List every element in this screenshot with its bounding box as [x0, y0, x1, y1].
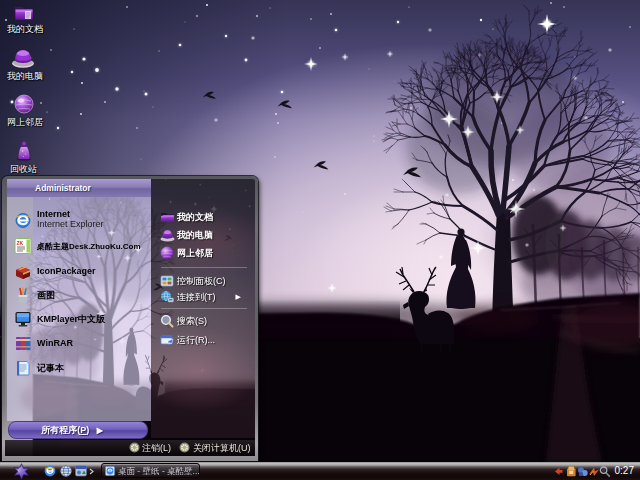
- svg-text:ZK: ZK: [17, 240, 24, 246]
